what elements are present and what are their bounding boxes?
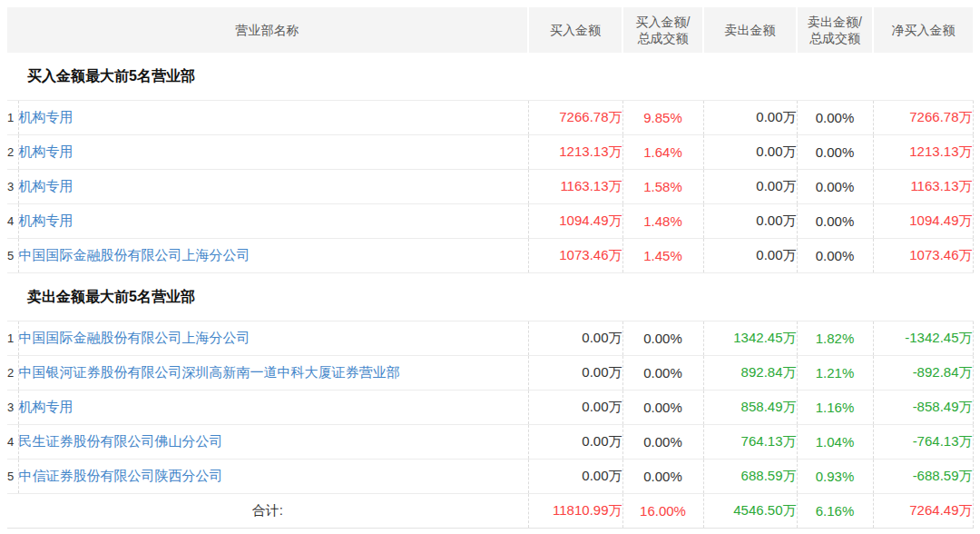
net-amount-cell: 1094.49万: [873, 204, 973, 239]
table-row: 5中信证券股份有限公司陕西分公司0.00万0.00%688.59万0.93%-6…: [7, 460, 973, 494]
table-row: 3机构专用1163.13万1.58%0.00万0.00%1163.13万: [7, 170, 973, 204]
table-row: 4机构专用1094.49万1.48%0.00万0.00%1094.49万: [7, 204, 973, 239]
net-amount-cell: 7266.78万: [873, 101, 973, 135]
table-row: 4民生证券股份有限公司佛山分公司0.00万0.00%764.13万1.04%-7…: [7, 425, 973, 460]
buy-amount-cell: 0.00万: [528, 425, 622, 460]
buy-amount-cell: 1163.13万: [528, 170, 622, 204]
branch-name-link[interactable]: 机构专用: [18, 391, 528, 425]
total-label: 合计:: [7, 494, 528, 529]
branch-name-link[interactable]: 机构专用: [18, 170, 528, 204]
net-amount-cell: -764.13万: [873, 425, 973, 460]
buy-ratio-cell: 1.58%: [622, 170, 703, 204]
row-rank: 3: [7, 391, 18, 425]
sell-amount-cell: 0.00万: [703, 101, 797, 135]
col-header-buy-ratio-line1: 买入金额/: [636, 15, 691, 29]
buy-ratio-cell: 0.00%: [622, 356, 703, 391]
buy-amount-cell: 0.00万: [528, 460, 622, 494]
buy-ratio-cell: 0.00%: [622, 460, 703, 494]
net-amount-cell: -688.59万: [873, 460, 973, 494]
col-header-buy-ratio: 买入金额/ 总成交额: [622, 7, 703, 53]
table-row: 2中国银河证券股份有限公司深圳高新南一道中科大厦证券营业部0.00万0.00%8…: [7, 356, 973, 391]
col-header-net-buy-amount: 净买入金额: [873, 7, 973, 53]
sell-amount-cell: 0.00万: [703, 204, 797, 239]
row-rank: 3: [7, 170, 18, 204]
buy-ratio-cell: 0.00%: [622, 425, 703, 460]
branch-name-link[interactable]: 中国国际金融股份有限公司上海分公司: [18, 239, 528, 273]
buy-ratio-cell: 1.64%: [622, 135, 703, 170]
sell-ratio-cell: 6.16%: [797, 494, 873, 529]
table-row: 3机构专用0.00万0.00%858.49万1.16%-858.49万: [7, 391, 973, 425]
sell-amount-cell: 4546.50万: [703, 494, 797, 529]
buy-amount-cell: 7266.78万: [528, 101, 622, 135]
buy-amount-cell: 11810.99万: [528, 494, 622, 529]
col-header-sell-ratio-line2: 总成交额: [809, 31, 860, 45]
net-amount-cell: -1342.45万: [873, 321, 973, 356]
buy-amount-cell: 1094.49万: [528, 204, 622, 239]
branch-name-link[interactable]: 机构专用: [18, 204, 528, 239]
row-rank: 4: [7, 204, 18, 239]
branch-name-link[interactable]: 中国银河证券股份有限公司深圳高新南一道中科大厦证券营业部: [18, 356, 528, 391]
sell-ratio-cell: 0.93%: [797, 460, 873, 494]
buy-amount-cell: 1213.13万: [528, 135, 622, 170]
sell-ratio-cell: 1.21%: [797, 356, 873, 391]
sell-ratio-cell: 1.16%: [797, 391, 873, 425]
table-row: 1中国国际金融股份有限公司上海分公司0.00万0.00%1342.45万1.82…: [7, 321, 973, 356]
row-rank: 1: [7, 101, 18, 135]
table-row: 1机构专用7266.78万9.85%0.00万0.00%7266.78万: [7, 101, 973, 135]
buy-ratio-cell: 0.00%: [622, 321, 703, 356]
col-header-sell-ratio: 卖出金额/ 总成交额: [797, 7, 873, 53]
col-header-buy-ratio-line2: 总成交额: [638, 31, 689, 45]
buy-amount-cell: 1073.46万: [528, 239, 622, 273]
col-header-buy-amount: 买入金额: [528, 7, 622, 53]
sell-amount-cell: 764.13万: [703, 425, 797, 460]
sell-amount-cell: 0.00万: [703, 239, 797, 273]
branch-name-link[interactable]: 中信证券股份有限公司陕西分公司: [18, 460, 528, 494]
section-title: 买入金额最大前5名营业部: [7, 53, 973, 101]
broker-rank-panel: 营业部名称 买入金额 买入金额/ 总成交额 卖出金额 卖出金额/ 总成交额 净买…: [7, 7, 973, 529]
sell-amount-cell: 858.49万: [703, 391, 797, 425]
broker-rank-table: 营业部名称 买入金额 买入金额/ 总成交额 卖出金额 卖出金额/ 总成交额 净买…: [7, 7, 974, 529]
row-rank: 2: [7, 135, 18, 170]
sell-amount-cell: 1342.45万: [703, 321, 797, 356]
sell-amount-cell: 0.00万: [703, 170, 797, 204]
sell-ratio-cell: 0.00%: [797, 135, 873, 170]
buy-ratio-cell: 1.48%: [622, 204, 703, 239]
branch-name-link[interactable]: 机构专用: [18, 135, 528, 170]
table-row: 5中国国际金融股份有限公司上海分公司1073.46万1.45%0.00万0.00…: [7, 239, 973, 273]
col-header-sell-ratio-line1: 卖出金额/: [808, 15, 862, 29]
sell-amount-cell: 892.84万: [703, 356, 797, 391]
section-title: 卖出金额最大前5名营业部: [7, 273, 973, 321]
net-amount-cell: 1073.46万: [873, 239, 973, 273]
row-rank: 2: [7, 356, 18, 391]
sell-ratio-cell: 0.00%: [797, 170, 873, 204]
table-row: 2机构专用1213.13万1.64%0.00万0.00%1213.13万: [7, 135, 973, 170]
col-header-sell-amount: 卖出金额: [703, 7, 797, 53]
sell-ratio-cell: 0.00%: [797, 239, 873, 273]
sell-amount-cell: 0.00万: [703, 135, 797, 170]
branch-name-link[interactable]: 中国国际金融股份有限公司上海分公司: [18, 321, 528, 356]
buy-amount-cell: 0.00万: [528, 391, 622, 425]
net-amount-cell: 1213.13万: [873, 135, 973, 170]
buy-ratio-cell: 9.85%: [622, 101, 703, 135]
buy-amount-cell: 0.00万: [528, 321, 622, 356]
net-amount-cell: -892.84万: [873, 356, 973, 391]
sell-ratio-cell: 1.04%: [797, 425, 873, 460]
branch-name-link[interactable]: 机构专用: [18, 101, 528, 135]
sell-amount-cell: 688.59万: [703, 460, 797, 494]
net-amount-cell: -858.49万: [873, 391, 973, 425]
net-amount-cell: 1163.13万: [873, 170, 973, 204]
sell-ratio-cell: 0.00%: [797, 101, 873, 135]
buy-amount-cell: 0.00万: [528, 356, 622, 391]
section-header-row: 买入金额最大前5名营业部: [7, 53, 973, 101]
buy-ratio-cell: 16.00%: [622, 494, 703, 529]
row-rank: 4: [7, 425, 18, 460]
buy-ratio-cell: 1.45%: [622, 239, 703, 273]
sell-ratio-cell: 1.82%: [797, 321, 873, 356]
section-header-row: 卖出金额最大前5名营业部: [7, 273, 973, 321]
table-header-row: 营业部名称 买入金额 买入金额/ 总成交额 卖出金额 卖出金额/ 总成交额 净买…: [7, 7, 973, 53]
sell-ratio-cell: 0.00%: [797, 204, 873, 239]
branch-name-link[interactable]: 民生证券股份有限公司佛山分公司: [18, 425, 528, 460]
col-header-branch-name: 营业部名称: [7, 7, 528, 53]
row-rank: 1: [7, 321, 18, 356]
buy-ratio-cell: 0.00%: [622, 391, 703, 425]
